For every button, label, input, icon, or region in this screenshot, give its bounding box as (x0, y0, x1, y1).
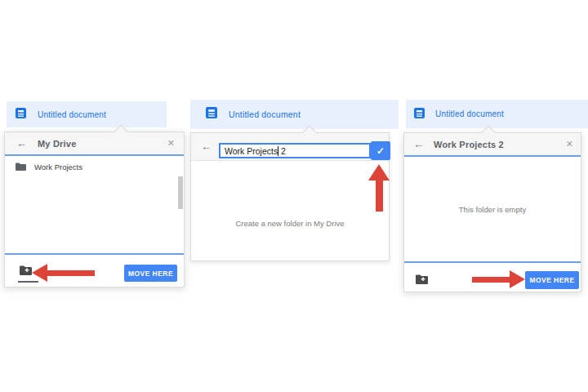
doc-header-1: Untitled document (7, 101, 167, 127)
scrollbar-thumb[interactable] (178, 176, 183, 209)
input-text-before-cursor: Work Projects (225, 146, 278, 156)
folder-name-row: ← Work Projects 2 ✓ (191, 133, 389, 161)
folder-list-item[interactable]: Work Projects (16, 161, 82, 172)
folder-icon (16, 159, 26, 174)
back-arrow-icon[interactable]: ← (413, 139, 424, 149)
folder-item-label: Work Projects (34, 163, 82, 172)
doc-title[interactable]: Untitled document (38, 110, 106, 119)
create-folder-hint: Create a new folder in My Drive (191, 219, 389, 228)
dialog-footer: MOVE HERE (5, 253, 184, 287)
docs-file-icon (206, 107, 217, 122)
docs-file-icon (16, 107, 26, 122)
arrow-head (510, 270, 525, 288)
dialog-title: Work Projects 2 (434, 140, 504, 149)
new-folder-dialog: ← Work Projects 2 ✓ Create a new folder … (190, 132, 390, 261)
close-icon[interactable]: ✕ (566, 140, 573, 149)
move-dialog-mydrive: ← My Drive ✕ Work Projects MOVE HERE (4, 131, 185, 287)
arrow-shaft (47, 270, 95, 276)
arrow-head (368, 164, 390, 180)
empty-folder-text: This folder is empty (404, 205, 581, 214)
dialog-title: My Drive (38, 139, 76, 149)
tutorial-canvas: Untitled document ← My Drive ✕ Work Proj… (0, 0, 588, 392)
dialog-header: ← Work Projects 2 ✕ (404, 133, 581, 157)
docs-file-icon (414, 107, 425, 122)
annotation-arrow-left (32, 264, 95, 282)
doc-title[interactable]: Untitled document (229, 109, 301, 119)
move-dialog-workprojects2: ← Work Projects 2 ✕ This folder is empty… (403, 132, 581, 292)
annotation-arrow-right (472, 270, 525, 288)
input-text-after-cursor: 2 (278, 146, 286, 156)
doc-header-2: Untitled document (190, 100, 399, 129)
arrow-shaft (472, 277, 510, 283)
dialog-header: ← My Drive ✕ (5, 132, 184, 156)
doc-header-3: Untitled document (406, 100, 588, 128)
doc-title[interactable]: Untitled document (435, 109, 504, 118)
new-folder-icon[interactable] (416, 273, 428, 287)
move-here-button[interactable]: MOVE HERE (124, 265, 177, 282)
close-icon[interactable]: ✕ (167, 139, 175, 148)
back-arrow-icon[interactable]: ← (16, 138, 27, 149)
annotation-arrow-up (368, 164, 390, 212)
back-arrow-icon[interactable]: ← (201, 141, 212, 152)
confirm-folder-name-button[interactable]: ✓ (371, 141, 390, 160)
dialog-footer: MOVE HERE (404, 261, 581, 292)
arrow-head (32, 264, 47, 282)
arrow-shaft (376, 180, 383, 212)
move-here-button[interactable]: MOVE HERE (525, 271, 579, 289)
new-folder-icon[interactable] (20, 264, 32, 278)
folder-name-input[interactable]: Work Projects 2 (219, 143, 371, 158)
